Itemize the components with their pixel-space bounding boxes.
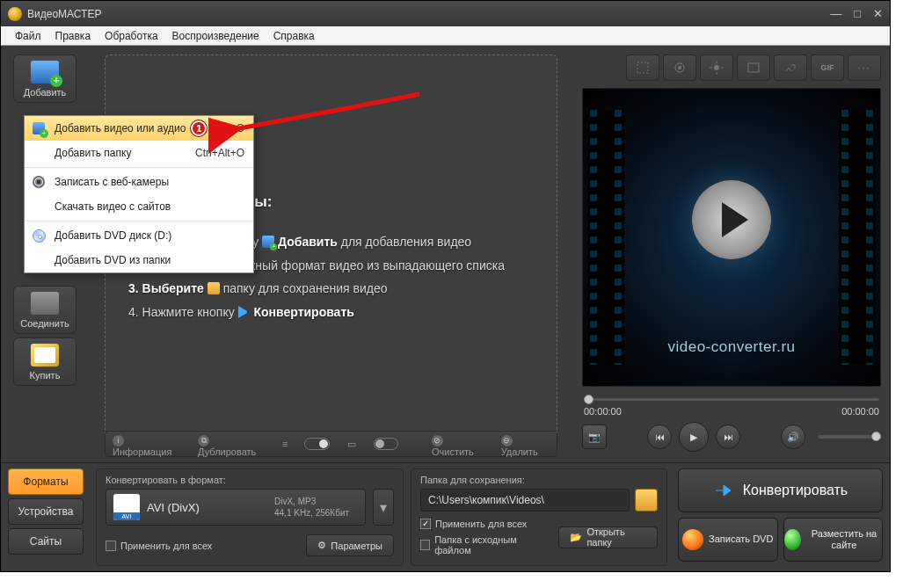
preview-watermark: video-converter.ru	[583, 338, 880, 356]
tool-speed[interactable]	[774, 54, 807, 81]
play-button[interactable]: ▶	[679, 422, 709, 452]
menu-edit[interactable]: Правка	[48, 27, 98, 45]
time-total: 00:00:00	[841, 406, 879, 417]
delete-icon: ⊖	[501, 435, 513, 446]
open-folder-button[interactable]: 📂Открыть папку	[558, 526, 658, 548]
sidebar-join-button[interactable]: Соединить	[13, 286, 76, 334]
sidebar-buy-label: Купить	[30, 370, 61, 381]
tool-brightness[interactable]	[700, 54, 733, 81]
convert-label: Конвертировать в формат:	[106, 475, 394, 485]
format-dropdown-button[interactable]: ▾	[373, 489, 394, 526]
browse-folder-button[interactable]	[635, 489, 658, 512]
dd-download[interactable]: Скачать видео с сайтов	[25, 194, 253, 219]
tb-clear[interactable]: ⊘Очистить	[432, 432, 485, 457]
dvd-icon	[33, 229, 46, 243]
sidebar-add-button[interactable]: Добавить	[13, 54, 76, 103]
svg-point-3	[714, 65, 719, 70]
buy-icon	[31, 344, 59, 367]
info-icon: i	[113, 435, 124, 446]
seek-slider[interactable]	[584, 396, 879, 403]
dd-webcam[interactable]: Записать с веб-камеры	[25, 170, 253, 194]
dd-add-folder[interactable]: Добавить папку Ctrl+Alt+O	[25, 141, 253, 165]
menu-play[interactable]: Воспроизведение	[165, 27, 266, 45]
tb-info[interactable]: iИнформация	[113, 432, 182, 457]
close-button[interactable]: ✕	[873, 7, 883, 20]
titlebar: ВидеоМАСТЕР — □ ✕	[1, 1, 890, 26]
menubar: Файл Правка Обработка Воспроизведение Сп…	[1, 26, 890, 46]
add-icon	[31, 61, 59, 83]
dd-dvd-disk[interactable]: Добавить DVD диск (D:)	[25, 223, 253, 248]
dd-dvd-folder[interactable]: Добавить DVD из папки	[25, 248, 253, 272]
add-inline-icon	[262, 236, 274, 248]
clear-icon: ⊘	[432, 435, 443, 446]
volume-slider[interactable]	[818, 435, 881, 439]
action-panel: Конвертировать Записать DVD Разместить н…	[671, 463, 890, 571]
app-logo-icon	[8, 7, 22, 21]
prev-button[interactable]: ⏮	[647, 425, 672, 449]
avi-icon	[113, 494, 140, 520]
tab-formats[interactable]: Форматы	[8, 468, 84, 495]
maximize-button[interactable]: □	[854, 7, 861, 20]
save-apply-all[interactable]: Применить для всех	[420, 519, 546, 529]
annotation-badge-1: 1	[191, 120, 207, 136]
time-current: 00:00:00	[584, 406, 622, 417]
tb-del[interactable]: ⊖Удалить	[501, 432, 550, 457]
convert-icon	[713, 480, 734, 501]
tool-crop[interactable]	[626, 54, 659, 81]
folder-inline-icon	[208, 282, 220, 294]
tab-sites[interactable]: Сайты	[8, 528, 84, 555]
save-path-field[interactable]: C:\Users\компик\Videos\	[420, 489, 630, 512]
join-icon	[31, 292, 59, 315]
filmstrip-right-icon	[839, 110, 876, 366]
tb-listview-b[interactable]: ▭	[347, 439, 356, 450]
toggle-2[interactable]	[374, 438, 398, 450]
minimize-button[interactable]: —	[830, 7, 841, 20]
svg-rect-8	[748, 63, 759, 72]
add-dropdown-menu: Добавить видео или аудио 1 trl+O Добавит…	[24, 115, 254, 273]
bottom-panel: Форматы Устройства Сайты Конвертировать …	[1, 462, 890, 571]
burn-dvd-button[interactable]: Записать DVD	[678, 518, 778, 562]
convert-inline-icon	[238, 306, 251, 318]
save-source-folder[interactable]: Папка с исходным файлом	[420, 534, 546, 555]
play-overlay-icon	[692, 180, 771, 259]
format-selector[interactable]: AVI (DivX) DivX, MP344,1 KHz, 256Кбит	[106, 489, 366, 526]
sidebar-join-label: Соединить	[20, 318, 69, 329]
svg-rect-0	[637, 62, 648, 73]
gear-icon: ⚙	[317, 540, 326, 551]
sidebar-add-label: Добавить	[24, 87, 67, 98]
apply-all-formats[interactable]: Применить для всех	[106, 541, 212, 551]
save-label: Папка для сохранения:	[420, 475, 658, 485]
preview-panel: GIF ··· video-converter.ru 00:00:00 00:0…	[573, 46, 890, 462]
params-button[interactable]: ⚙Параметры	[306, 534, 394, 556]
menu-help[interactable]: Справка	[266, 27, 322, 45]
next-button[interactable]: ⏭	[716, 425, 740, 449]
globe-icon	[784, 529, 801, 550]
tool-more[interactable]: ···	[848, 54, 881, 81]
tool-rotate[interactable]	[663, 54, 696, 81]
save-folder-panel: Папка для сохранения: C:\Users\компик\Vi…	[411, 468, 667, 566]
folder-open-icon: 📂	[570, 532, 582, 543]
tool-gif[interactable]: GIF	[811, 54, 844, 81]
filmstrip-left-icon	[587, 110, 624, 366]
format-name: AVI (DivX)	[147, 501, 200, 514]
menu-file[interactable]: Файл	[8, 27, 48, 45]
tb-dup[interactable]: ⧉Дублировать	[198, 432, 266, 457]
publish-button[interactable]: Разместить на сайте	[783, 518, 884, 562]
dd-add-video[interactable]: Добавить видео или аудио 1 trl+O	[25, 116, 253, 141]
list-toolbar: iИнформация ⧉Дублировать ≡ ▭ ⊘Очистить ⊖…	[105, 431, 557, 457]
film-icon	[33, 122, 45, 134]
svg-point-2	[678, 66, 681, 69]
convert-format-panel: Конвертировать в формат: AVI (DivX) DivX…	[96, 468, 404, 566]
toggle-1[interactable]	[304, 438, 329, 450]
tool-effects[interactable]	[737, 54, 770, 81]
mute-button[interactable]: 🔊	[781, 425, 805, 449]
snapshot-button[interactable]: 📷	[582, 425, 607, 449]
convert-button[interactable]: Конвертировать	[678, 468, 883, 512]
tb-listview-a[interactable]: ≡	[282, 439, 287, 449]
menu-process[interactable]: Обработка	[98, 27, 165, 45]
webcam-icon	[33, 176, 45, 188]
dvd-disc-icon	[682, 529, 703, 550]
video-preview[interactable]: video-converter.ru	[582, 88, 881, 387]
sidebar-buy-button[interactable]: Купить	[13, 338, 76, 386]
tab-devices[interactable]: Устройства	[8, 498, 84, 525]
